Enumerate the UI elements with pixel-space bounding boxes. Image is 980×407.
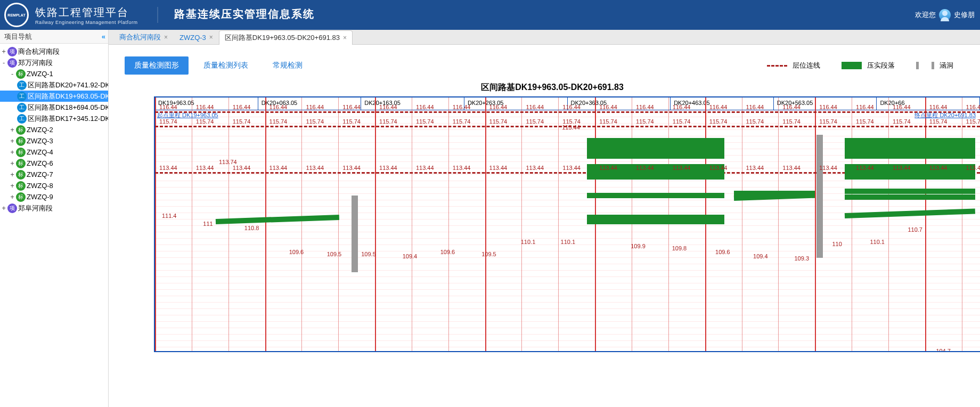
tree-item[interactable]: 工区间路基DK17+345.12-DK: [0, 113, 108, 124]
layer-value: 116.44: [489, 104, 508, 110]
sub-tab[interactable]: 质量检测列表: [194, 56, 258, 75]
tree-item[interactable]: -项郑万河南段: [0, 57, 108, 68]
tree-item-label: ZWZQ-7: [27, 170, 53, 178]
tree-item-label: ZWZQ-9: [27, 193, 53, 201]
legend-culvert-label: 涵洞: [940, 61, 953, 70]
plus-icon[interactable]: +: [9, 126, 16, 134]
profile-point: 110.8: [244, 225, 259, 231]
profile-point: 110.1: [521, 239, 536, 245]
badge-icon: 标: [16, 148, 26, 157]
layer-value: 116.44: [562, 104, 581, 110]
tree-item-label: 区间路基DK19+963.05-DK: [28, 92, 109, 101]
profile-point: 109.5: [327, 251, 342, 257]
layer-value: 113.44: [196, 165, 214, 171]
tab-label: ZWZQ-3: [179, 34, 206, 42]
plus-icon[interactable]: +: [9, 193, 16, 201]
tree-item[interactable]: +标ZWZQ-2: [0, 124, 108, 135]
plus-icon[interactable]: +: [9, 149, 16, 156]
plus-icon[interactable]: +: [9, 160, 16, 167]
tree-item-label: 商合杭河南段: [18, 47, 60, 56]
layer-value: 115.74: [746, 118, 764, 125]
welcome-label: 欢迎您: [915, 10, 936, 20]
tree-item[interactable]: +项商合杭河南段: [0, 46, 108, 57]
badge-icon: 工: [17, 103, 27, 112]
layer-value: 116.44: [196, 104, 214, 110]
tree-item[interactable]: +标ZWZQ-3: [0, 135, 108, 146]
close-icon[interactable]: ×: [343, 34, 347, 42]
badge-icon: 项: [7, 47, 17, 56]
layer-value: 115.74: [233, 118, 251, 125]
collapse-icon[interactable]: «: [102, 30, 104, 43]
layer-value: 115.74: [489, 118, 508, 125]
tree-item[interactable]: +标ZWZQ-9: [0, 191, 108, 202]
tab-bar: 商合杭河南段×ZWZQ-3×区间路基DK19+963.05-DK20+691.8…: [109, 30, 980, 45]
plus-icon[interactable]: +: [9, 171, 16, 178]
profile-point: 109.6: [715, 249, 730, 255]
profile-point: 109.6: [440, 249, 455, 255]
tree-item-label: 区间路基DK20+741.92-DK: [28, 80, 109, 90]
profile-point: 109.3: [794, 255, 809, 262]
layer-value: 113.44: [562, 165, 581, 171]
legend-dash-label: 层位连线: [793, 61, 820, 70]
layer-value: 113.44: [159, 165, 177, 171]
compaction-bar: [845, 138, 975, 143]
layer-value: 113.44: [489, 165, 508, 171]
avatar-icon: [939, 9, 951, 21]
col-header: DK20+363.05: [568, 97, 671, 110]
compaction-bar: [845, 208, 975, 218]
layer-value: 113.44: [966, 165, 980, 171]
layer-value: 115.74: [453, 118, 471, 125]
tree-item[interactable]: 工区间路基DK18+694.05-DK: [0, 102, 108, 113]
plus-icon[interactable]: +: [9, 182, 16, 190]
layer-value: 115.74: [893, 118, 911, 125]
sub-tab[interactable]: 常规检测: [263, 56, 312, 75]
culvert-bar: [352, 196, 358, 272]
logo-text: REMPLAT: [7, 13, 25, 17]
content-area: 商合杭河南段×ZWZQ-3×区间路基DK19+963.05-DK20+691.8…: [109, 30, 980, 407]
layer-value: 116.44: [856, 104, 874, 110]
layer-value: 115.74: [673, 118, 691, 125]
layer-value: 113.44: [856, 165, 874, 171]
layer-value: 115.74: [709, 118, 728, 125]
tree-item[interactable]: +标ZWZQ-7: [0, 169, 108, 180]
legend-culvert: 涵洞: [916, 61, 953, 70]
tree-item[interactable]: +项郑阜河南段: [0, 202, 108, 214]
plus-icon[interactable]: +: [9, 137, 16, 145]
user-name: 史修朋: [954, 10, 975, 20]
badge-icon: 工: [17, 92, 27, 101]
culvert-bar: [816, 135, 823, 258]
user-block[interactable]: 欢迎您 史修朋: [915, 9, 975, 21]
tab[interactable]: 区间路基DK19+963.05-DK20+691.83×: [219, 30, 353, 45]
legend: 层位连线 压实段落 涵洞: [767, 61, 953, 70]
tree-item[interactable]: 工区间路基DK19+963.05-DK: [0, 91, 108, 102]
subtab-group: 质量检测图形质量检测列表常规检测: [125, 56, 312, 75]
end-mileage-label: 终点里程 DK20+691.83: [914, 111, 976, 119]
close-icon[interactable]: ×: [164, 34, 168, 41]
profile-point: 110.1: [870, 239, 885, 245]
badge-icon: 项: [7, 58, 17, 68]
chart-title: 区间路基DK19+963.05-DK20+691.83: [125, 82, 980, 93]
tree-item[interactable]: +标ZWZQ-4: [0, 146, 108, 158]
chart[interactable]: 基床表层 基床底层 基床以下 116.0115.0114.0113.0112.0…: [154, 96, 980, 352]
layer-value: 115.74: [562, 118, 581, 125]
minus-icon[interactable]: -: [0, 59, 7, 67]
legend-green-label: 压实段落: [867, 61, 895, 70]
plus-icon[interactable]: +: [0, 48, 7, 55]
tree-item[interactable]: -标ZWZQ-1: [0, 68, 108, 79]
logo: REMPLAT: [2, 3, 31, 27]
tree-item[interactable]: +标ZWZQ-8: [0, 180, 108, 191]
sub-tab[interactable]: 质量检测图形: [125, 56, 189, 75]
close-icon[interactable]: ×: [209, 34, 213, 41]
minus-icon[interactable]: -: [9, 70, 16, 78]
layer-value: 115.74: [270, 118, 288, 125]
tree-item[interactable]: +标ZWZQ-6: [0, 158, 108, 169]
tree-item[interactable]: 工区间路基DK20+741.92-DK: [0, 79, 108, 91]
project-tree[interactable]: +项商合杭河南段-项郑万河南段-标ZWZQ-1工区间路基DK20+741.92-…: [0, 44, 108, 216]
tree-item-label: 区间路基DK17+345.12-DK: [28, 114, 109, 124]
layer-value: 116.44: [416, 104, 434, 110]
compaction-bar: [845, 143, 975, 149]
plus-icon[interactable]: +: [0, 205, 7, 212]
tab[interactable]: ZWZQ-3×: [174, 30, 219, 44]
top-bar: REMPLAT 铁路工程管理平台 Railway Engineering Man…: [0, 0, 980, 30]
tab[interactable]: 商合杭河南段×: [113, 30, 174, 44]
